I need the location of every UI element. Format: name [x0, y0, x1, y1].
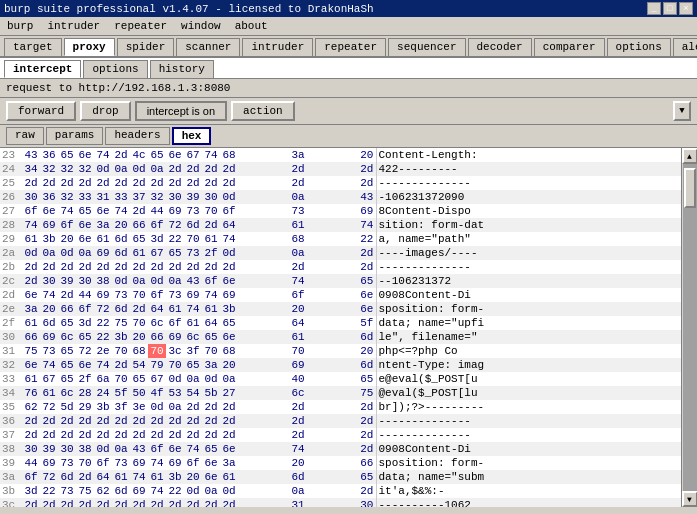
- hex-byte[interactable]: 2d: [184, 414, 202, 428]
- hex-byte[interactable]: 70: [130, 288, 148, 302]
- hex-byte[interactable]: 43: [22, 148, 40, 162]
- hex-byte[interactable]: 74: [40, 288, 58, 302]
- hex-byte[interactable]: 2d: [202, 176, 220, 190]
- hex-byte[interactable]: 2d: [130, 414, 148, 428]
- hex-byte[interactable]: 61: [202, 232, 220, 246]
- hex-byte[interactable]: 3f: [184, 344, 202, 358]
- hex-byte[interactable]: 69: [166, 204, 184, 218]
- hex-byte[interactable]: 70: [202, 204, 220, 218]
- hex-byte[interactable]: 2d: [148, 176, 166, 190]
- hex-byte[interactable]: 0a: [130, 274, 148, 288]
- hex-byte[interactable]: 20: [184, 470, 202, 484]
- hex-byte[interactable]: 2d: [220, 414, 238, 428]
- hex-byte[interactable]: 6e: [220, 274, 238, 288]
- hex-byte[interactable]: 65: [148, 148, 166, 162]
- hex-byte[interactable]: 3b: [40, 232, 58, 246]
- hex-byte[interactable]: 31: [94, 190, 112, 204]
- minimize-button[interactable]: _: [647, 2, 661, 15]
- hex-byte[interactable]: 2d: [22, 428, 40, 442]
- hex-byte[interactable]: 0a: [40, 246, 58, 260]
- hex-byte[interactable]: 2d: [76, 176, 94, 190]
- hex-byte[interactable]: 2d: [130, 176, 148, 190]
- hex-byte[interactable]: 65: [130, 232, 148, 246]
- hex-byte[interactable]: 69: [40, 456, 58, 470]
- hex-byte[interactable]: 20: [238, 456, 358, 470]
- menu-about[interactable]: about: [232, 19, 271, 33]
- hex-byte[interactable]: 30: [58, 442, 76, 456]
- hex-byte[interactable]: 74: [148, 484, 166, 498]
- hex-byte[interactable]: 2d: [358, 414, 376, 428]
- hex-byte[interactable]: 43: [184, 274, 202, 288]
- tab-proxy[interactable]: proxy: [64, 38, 115, 56]
- dropdown-button[interactable]: ▼: [673, 101, 691, 121]
- hex-byte[interactable]: 5f: [358, 316, 376, 330]
- hex-byte[interactable]: 72: [40, 470, 58, 484]
- hex-byte[interactable]: 3b: [94, 400, 112, 414]
- hex-byte[interactable]: 3b: [112, 330, 130, 344]
- hex-byte[interactable]: 43: [130, 442, 148, 456]
- hex-byte[interactable]: 67: [40, 372, 58, 386]
- menu-burp[interactable]: burp: [4, 19, 36, 33]
- hex-byte[interactable]: 6e: [202, 470, 220, 484]
- hex-byte[interactable]: 6f: [202, 274, 220, 288]
- hex-byte[interactable]: 0d: [22, 246, 40, 260]
- hex-byte[interactable]: 2d: [112, 176, 130, 190]
- hex-byte[interactable]: 2d: [166, 414, 184, 428]
- hex-byte[interactable]: 2d: [220, 176, 238, 190]
- tab-sequencer[interactable]: sequencer: [388, 38, 465, 56]
- hex-byte[interactable]: 61: [166, 302, 184, 316]
- hex-byte[interactable]: 53: [166, 386, 184, 400]
- hex-byte[interactable]: 66: [148, 330, 166, 344]
- hex-byte[interactable]: 44: [76, 288, 94, 302]
- scroll-up-button[interactable]: ▲: [682, 148, 698, 164]
- hex-byte[interactable]: 54: [184, 386, 202, 400]
- tab-options-inner[interactable]: options: [83, 60, 147, 78]
- hex-byte[interactable]: 2d: [202, 218, 220, 232]
- hex-byte[interactable]: 68: [220, 148, 238, 162]
- menu-window[interactable]: window: [178, 19, 224, 33]
- hex-byte[interactable]: 62: [22, 400, 40, 414]
- hex-byte[interactable]: 74: [130, 470, 148, 484]
- hex-byte[interactable]: 4f: [148, 386, 166, 400]
- hex-byte[interactable]: 6d: [58, 470, 76, 484]
- hex-byte[interactable]: 70: [148, 344, 166, 358]
- hex-byte[interactable]: 6f: [148, 218, 166, 232]
- hex-byte[interactable]: 32: [148, 190, 166, 204]
- hex-byte[interactable]: 6d: [40, 316, 58, 330]
- hex-byte[interactable]: 2d: [22, 414, 40, 428]
- hex-byte[interactable]: 5b: [202, 386, 220, 400]
- hex-byte[interactable]: 2d: [202, 498, 220, 507]
- hex-byte[interactable]: 66: [130, 218, 148, 232]
- hex-byte[interactable]: 2d: [184, 498, 202, 507]
- hex-byte[interactable]: 30: [166, 190, 184, 204]
- hex-byte[interactable]: 67: [148, 246, 166, 260]
- hex-byte[interactable]: 2d: [238, 400, 358, 414]
- hex-byte[interactable]: 61: [130, 246, 148, 260]
- hex-byte[interactable]: 2d: [40, 498, 58, 507]
- hex-byte[interactable]: 6e: [76, 148, 94, 162]
- hex-byte[interactable]: 44: [22, 456, 40, 470]
- hex-byte[interactable]: 6f: [148, 288, 166, 302]
- hex-byte[interactable]: 70: [184, 232, 202, 246]
- hex-byte[interactable]: 73: [112, 288, 130, 302]
- hex-byte[interactable]: 2d: [76, 414, 94, 428]
- hex-byte[interactable]: 2d: [94, 176, 112, 190]
- hex-byte[interactable]: 34: [22, 162, 40, 176]
- hex-byte[interactable]: 6d: [112, 246, 130, 260]
- tab-comparer[interactable]: comparer: [534, 38, 605, 56]
- hex-byte[interactable]: 3c: [166, 344, 184, 358]
- hex-byte[interactable]: 30: [22, 190, 40, 204]
- hex-byte[interactable]: 39: [58, 274, 76, 288]
- hex-byte[interactable]: 0d: [58, 246, 76, 260]
- hex-byte[interactable]: 2d: [358, 428, 376, 442]
- hex-byte[interactable]: 0d: [166, 372, 184, 386]
- hex-byte[interactable]: 2d: [76, 470, 94, 484]
- hex-byte[interactable]: 74: [148, 456, 166, 470]
- close-button[interactable]: ×: [679, 2, 693, 15]
- hex-byte[interactable]: 2d: [22, 274, 40, 288]
- hex-byte[interactable]: 74: [22, 218, 40, 232]
- hex-byte[interactable]: 6d: [238, 470, 358, 484]
- hex-byte[interactable]: 72: [94, 302, 112, 316]
- hex-byte[interactable]: 32: [76, 162, 94, 176]
- hex-byte[interactable]: 0d: [94, 162, 112, 176]
